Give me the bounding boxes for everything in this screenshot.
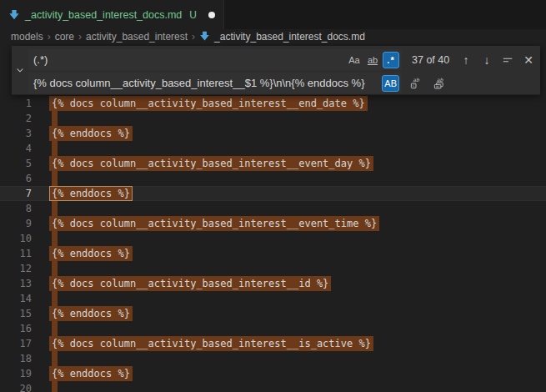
- current-find-match: {% enddocs %}: [49, 186, 133, 201]
- breadcrumb-separator-icon: ›: [48, 31, 51, 43]
- editor-line[interactable]: 12: [0, 261, 546, 276]
- svg-text:ab: ab: [413, 77, 420, 83]
- line-number: 12: [0, 261, 32, 276]
- chevron-down-icon: [15, 65, 25, 75]
- replace-icon: ab c: [409, 77, 422, 89]
- find-match-highlight: [52, 351, 58, 366]
- line-content: {% docs column__activity_based_interest_…: [52, 276, 546, 291]
- breadcrumb-separator-icon: ›: [78, 31, 82, 43]
- find-match-highlight: {% enddocs %}: [49, 246, 133, 261]
- whole-word-button[interactable]: ab: [364, 52, 381, 68]
- tab-bar: _activity_based_interest_docs.md U: [0, 0, 546, 29]
- editor-line[interactable]: 20: [0, 381, 546, 392]
- replace-row: {% docs column__activity_based_interest_…: [28, 73, 537, 93]
- line-content: [52, 351, 546, 366]
- toggle-replace-button[interactable]: [12, 46, 28, 94]
- line-content: {% enddocs %}: [52, 186, 546, 201]
- line-number: 1: [0, 96, 32, 111]
- find-match-highlight: {% docs column__activity_based_interest_…: [49, 156, 373, 171]
- find-match-highlight: [52, 201, 58, 216]
- line-number: 15: [0, 306, 32, 321]
- arrow-down-icon: ↓: [484, 53, 490, 67]
- editor-line[interactable]: 7{% enddocs %}: [0, 186, 546, 201]
- editor-line[interactable]: 16: [0, 321, 546, 336]
- line-number: 8: [0, 201, 32, 216]
- editor-line[interactable]: 13{% docs column__activity_based_interes…: [0, 276, 546, 291]
- find-match-highlight: [52, 141, 58, 156]
- line-content: [52, 111, 546, 126]
- editor-line[interactable]: 19{% enddocs %}: [0, 366, 546, 381]
- line-content: {% enddocs %}: [52, 246, 546, 261]
- breadcrumb-item[interactable]: activity_based_interest: [86, 31, 188, 43]
- line-number: 3: [0, 126, 32, 141]
- line-content: [52, 231, 546, 246]
- editor[interactable]: (.*) Aa ab .* 37 of 40 ↑ ↓: [0, 43, 546, 392]
- editor-line[interactable]: 4: [0, 141, 546, 156]
- editor-line[interactable]: 1{% docs column__activity_based_interest…: [0, 96, 546, 111]
- line-content: [52, 321, 546, 336]
- editor-line[interactable]: 2: [0, 111, 546, 126]
- replace-button[interactable]: ab c: [407, 75, 423, 92]
- close-find-button[interactable]: ✕: [520, 52, 537, 68]
- match-case-button[interactable]: Aa: [346, 52, 363, 68]
- line-content: {% docs column__activity_based_interest_…: [52, 156, 546, 171]
- find-match-highlight: [52, 111, 58, 126]
- find-match-highlight: {% enddocs %}: [49, 366, 133, 381]
- find-input[interactable]: (.*) Aa ab .*: [28, 49, 402, 70]
- line-content: {% enddocs %}: [52, 306, 546, 321]
- find-match-highlight: {% docs column__activity_based_interest_…: [49, 216, 379, 231]
- line-number: 17: [0, 336, 32, 351]
- replace-input[interactable]: {% docs column__activity_based_interest_…: [28, 73, 402, 93]
- match-count: 37 of 40: [412, 54, 449, 66]
- line-number: 11: [0, 246, 32, 261]
- line-number: 18: [0, 351, 32, 366]
- line-number: 6: [0, 171, 32, 186]
- svg-text:ab: ab: [436, 77, 443, 83]
- line-content: {% docs column__activity_based_interest_…: [52, 216, 546, 231]
- find-replace-widget: (.*) Aa ab .* 37 of 40 ↑ ↓: [12, 46, 540, 95]
- editor-line[interactable]: 10: [0, 231, 546, 246]
- editor-line[interactable]: 6: [0, 171, 546, 186]
- editor-line[interactable]: 14: [0, 291, 546, 306]
- selection-lines-icon: [502, 54, 513, 66]
- editor-line[interactable]: 9{% docs column__activity_based_interest…: [0, 216, 546, 231]
- breadcrumb-item[interactable]: core: [55, 31, 74, 43]
- previous-match-button[interactable]: ↑: [458, 52, 474, 68]
- find-match-highlight: [52, 291, 58, 306]
- find-match-highlight: {% docs column__activity_based_interest_…: [49, 96, 368, 111]
- editor-line[interactable]: 5{% docs column__activity_based_interest…: [0, 156, 546, 171]
- replace-all-button[interactable]: ab ac: [430, 75, 447, 92]
- line-number: 9: [0, 216, 32, 231]
- line-content: [52, 171, 546, 186]
- line-content: {% enddocs %}: [52, 126, 546, 141]
- tab-active-file[interactable]: _activity_based_interest_docs.md U: [0, 0, 224, 29]
- tab-filename: _activity_based_interest_docs.md: [25, 9, 182, 21]
- svg-text:ac: ac: [435, 84, 440, 88]
- find-match-highlight: [52, 261, 58, 276]
- find-row: (.*) Aa ab .* 37 of 40 ↑ ↓: [28, 49, 537, 70]
- find-match-highlight: {% docs column__activity_based_interest_…: [49, 336, 373, 351]
- editor-line[interactable]: 17{% docs column__activity_based_interes…: [0, 336, 546, 351]
- preserve-case-button[interactable]: AB: [382, 75, 399, 92]
- line-number: 7: [0, 186, 32, 201]
- editor-line[interactable]: 11{% enddocs %}: [0, 246, 546, 261]
- editor-line[interactable]: 18: [0, 351, 546, 366]
- code-area[interactable]: 1{% docs column__activity_based_interest…: [0, 96, 546, 392]
- line-number: 16: [0, 321, 32, 336]
- modified-dot-icon[interactable]: [208, 12, 215, 18]
- line-number: 19: [0, 366, 32, 381]
- line-content: {% enddocs %}: [52, 366, 546, 381]
- breadcrumb-item[interactable]: models: [11, 31, 43, 43]
- next-match-button[interactable]: ↓: [478, 52, 495, 68]
- find-input-value: (.*): [33, 53, 346, 66]
- breadcrumb-item[interactable]: _activity_based_interest_docs.md: [199, 31, 365, 43]
- regex-button[interactable]: .*: [383, 52, 399, 68]
- find-match-highlight: [52, 171, 58, 186]
- find-match-highlight: {% enddocs %}: [49, 306, 133, 321]
- editor-line[interactable]: 15{% enddocs %}: [0, 306, 546, 321]
- find-in-selection-button[interactable]: [499, 52, 516, 68]
- editor-line[interactable]: 8: [0, 201, 546, 216]
- line-number: 2: [0, 111, 32, 126]
- editor-line[interactable]: 3{% enddocs %}: [0, 126, 546, 141]
- svg-text:c: c: [412, 83, 414, 88]
